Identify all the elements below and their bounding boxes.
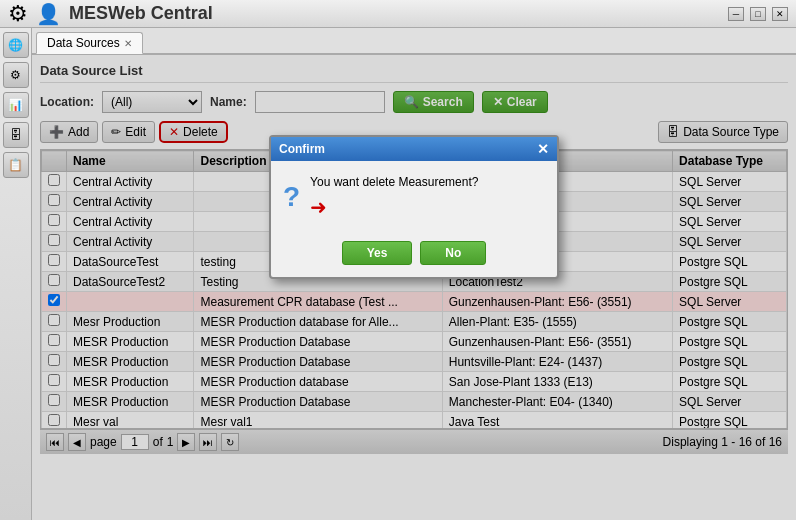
sidebar-icon-chart[interactable]: 📊 (3, 92, 29, 118)
sidebar-icon-database[interactable]: 🗄 (3, 122, 29, 148)
modal-no-button[interactable]: No (420, 241, 486, 265)
tab-bar: Data Sources ✕ (32, 28, 796, 55)
modal-yes-button[interactable]: Yes (342, 241, 413, 265)
app-title: MESWeb Central (69, 3, 213, 24)
modal-body: ? You want delete Measurement? ➜ (271, 161, 557, 233)
modal-question-icon: ? (283, 181, 300, 213)
modal-title: Confirm (279, 142, 325, 156)
page-content: Data Source List Location: (All) Name: 🔍… (32, 55, 796, 520)
sidebar-icon-gear[interactable]: ⚙ (3, 62, 29, 88)
modal-close-button[interactable]: ✕ (537, 141, 549, 157)
sidebar-icon-globe[interactable]: 🌐 (3, 32, 29, 58)
app-person-icon: 👤 (36, 2, 61, 26)
sidebar: 🌐 ⚙ 📊 🗄 📋 (0, 28, 32, 520)
close-button[interactable]: ✕ (772, 7, 788, 21)
modal-arrow-icon: ➜ (310, 195, 478, 219)
confirm-modal: Confirm ✕ ? You want delete Measurement?… (269, 135, 559, 279)
tab-data-sources[interactable]: Data Sources ✕ (36, 32, 143, 54)
tab-close-icon[interactable]: ✕ (124, 38, 132, 49)
modal-message: You want delete Measurement? (310, 175, 478, 189)
modal-buttons: Yes No (271, 233, 557, 277)
minimize-button[interactable]: ─ (728, 7, 744, 21)
tab-label: Data Sources (47, 36, 120, 50)
sidebar-icon-layers[interactable]: 📋 (3, 152, 29, 178)
title-bar: ⚙ 👤 MESWeb Central ─ □ ✕ (0, 0, 796, 28)
maximize-button[interactable]: □ (750, 7, 766, 21)
modal-title-bar: Confirm ✕ (271, 137, 557, 161)
app-gear-icon: ⚙ (8, 1, 28, 27)
modal-overlay: Confirm ✕ ? You want delete Measurement?… (32, 55, 796, 520)
